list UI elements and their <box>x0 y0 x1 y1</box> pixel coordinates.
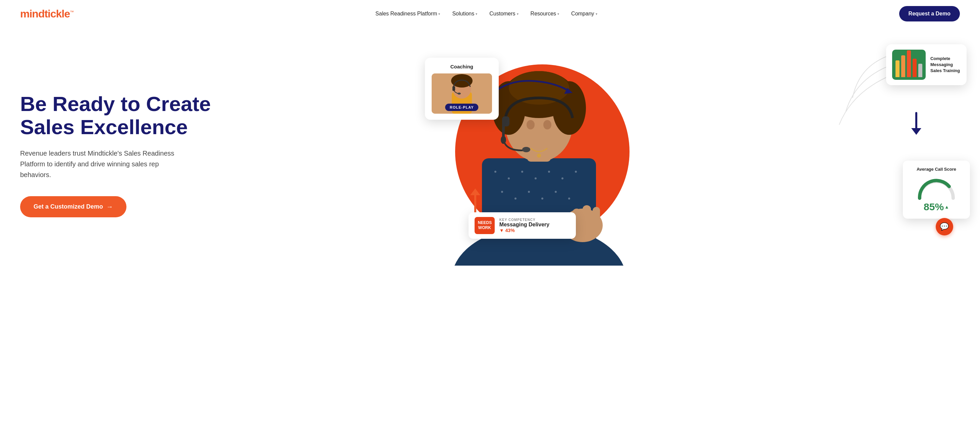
svg-rect-37 <box>452 86 455 91</box>
competency-info: KEY COMPETENCY Messaging Delivery ▼ 43% <box>500 218 549 233</box>
svg-rect-31 <box>593 207 600 231</box>
arrow-right-icon: → <box>106 203 113 211</box>
svg-point-13 <box>541 197 543 200</box>
person-thumbnail: ROLE-PLAY <box>432 73 492 114</box>
svg-point-8 <box>562 177 563 180</box>
coaching-card-title: Coaching <box>432 64 492 69</box>
key-competency-label: KEY COMPETENCY <box>500 218 549 222</box>
chart-label: Complete Messaging Sales Training <box>931 56 961 74</box>
request-demo-button[interactable]: Request a Demo <box>899 6 960 21</box>
nav-item-customers[interactable]: Customers ▾ <box>489 11 518 17</box>
svg-point-22 <box>527 120 535 129</box>
hero-headline: Be Ready to Create Sales Excellence <box>20 92 415 138</box>
svg-point-38 <box>457 92 461 95</box>
score-card: Average Call Score 85% ▲ <box>903 161 970 219</box>
svg-point-3 <box>494 171 496 173</box>
svg-marker-39 <box>911 128 921 135</box>
chevron-down-icon: ▾ <box>557 12 559 16</box>
svg-point-7 <box>548 171 550 173</box>
hero-section: Be Ready to Create Sales Excellence Reve… <box>0 27 980 272</box>
nav-item-solutions[interactable]: Solutions ▾ <box>452 11 477 17</box>
needs-work-line1: NEEDS <box>478 220 492 225</box>
chart-card: Complete Messaging Sales Training <box>886 44 967 85</box>
nav-item-resources[interactable]: Resources ▾ <box>531 11 559 17</box>
chart-bar <box>907 50 911 77</box>
svg-point-10 <box>501 191 503 193</box>
hero-subtext: Revenue leaders trust Mindtickle's Sales… <box>20 148 181 180</box>
svg-point-5 <box>521 171 523 173</box>
chart-bar <box>913 59 916 77</box>
chart-visualization <box>892 49 926 80</box>
chart-bar <box>896 60 899 77</box>
chart-bar <box>918 64 922 77</box>
svg-point-11 <box>514 197 517 200</box>
navbar: mindtickle™ Sales Readiness Platform ▾ S… <box>0 0 980 27</box>
svg-point-27 <box>522 147 530 152</box>
chevron-down-icon: ▾ <box>517 12 519 16</box>
competency-card: NEEDS WORK KEY COMPETENCY Messaging Deli… <box>469 212 576 239</box>
orange-up-arrow <box>467 185 484 215</box>
svg-rect-30 <box>582 205 591 231</box>
hero-left: Be Ready to Create Sales Excellence Reve… <box>20 92 415 217</box>
nav-link-company[interactable]: Company ▾ <box>571 11 597 17</box>
headline-line1: Be Ready to Create <box>20 92 211 115</box>
brand-trademark: ™ <box>70 10 73 14</box>
brand-logo[interactable]: mindtickle™ <box>20 8 73 20</box>
chevron-down-icon: ▾ <box>596 12 597 16</box>
role-play-badge: ROLE-PLAY <box>445 103 479 111</box>
svg-point-4 <box>508 177 510 180</box>
svg-point-32 <box>537 154 541 157</box>
chevron-down-icon: ▾ <box>476 12 477 16</box>
down-arrow-icon: ▼ <box>500 228 504 233</box>
nav-links: Sales Readiness Platform ▾ Solutions ▾ C… <box>375 11 597 17</box>
brand-name: mindtickle <box>20 8 70 20</box>
headline-line2: Sales Excellence <box>20 115 188 138</box>
chat-icon: 💬 <box>940 223 949 231</box>
nav-link-customers[interactable]: Customers ▾ <box>489 11 518 17</box>
trend-up-icon: ▲ <box>945 204 949 210</box>
nav-item-company[interactable]: Company ▾ <box>571 11 597 17</box>
svg-point-6 <box>535 177 537 180</box>
competency-percentage: ▼ 43% <box>500 228 549 233</box>
cta-label: Get a Customized Demo <box>33 203 103 210</box>
chart-bar <box>901 55 905 77</box>
needs-work-line2: WORK <box>478 225 491 230</box>
svg-marker-40 <box>470 188 480 195</box>
nav-link-resources[interactable]: Resources ▾ <box>531 11 559 17</box>
chat-bubble[interactable]: 💬 <box>936 218 953 235</box>
score-gauge <box>916 176 956 200</box>
coaching-card: Coaching ROLE-PLAY <box>425 58 499 120</box>
svg-point-14 <box>555 191 557 193</box>
svg-point-12 <box>528 191 530 193</box>
score-percentage: 85% ▲ <box>911 201 962 213</box>
svg-point-9 <box>575 171 577 173</box>
blue-down-arrow <box>906 111 926 138</box>
get-demo-button[interactable]: Get a Customized Demo → <box>20 196 126 217</box>
svg-point-23 <box>543 120 551 129</box>
score-label: Average Call Score <box>911 167 962 172</box>
competency-title: Messaging Delivery <box>500 222 549 228</box>
nav-link-solutions[interactable]: Solutions ▾ <box>452 11 477 17</box>
hero-right: Coaching ROLE-PLAY <box>415 38 960 272</box>
needs-work-badge: NEEDS WORK <box>474 217 495 234</box>
chevron-down-icon: ▾ <box>438 12 440 16</box>
nav-item-platform[interactable]: Sales Readiness Platform ▾ <box>375 11 440 17</box>
svg-point-15 <box>568 197 570 200</box>
nav-link-platform[interactable]: Sales Readiness Platform ▾ <box>375 11 440 17</box>
